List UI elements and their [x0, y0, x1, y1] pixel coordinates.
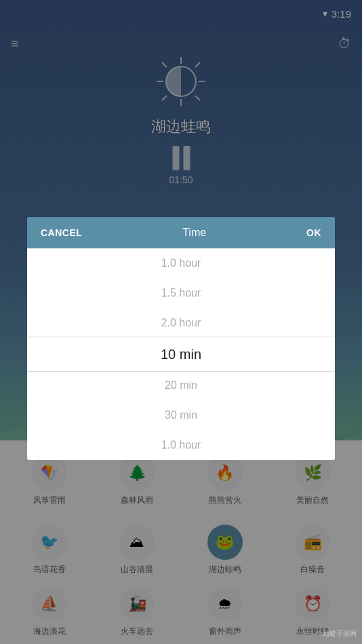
picker-item-6[interactable]: 1.0 hour [27, 430, 335, 460]
time-picker-dialog: CANCEL Time OK 1.0 hour1.5 hour2.0 hour1… [27, 217, 335, 460]
dialog-title: Time [182, 227, 206, 239]
picker-list: 1.0 hour1.5 hour2.0 hour10 min20 min30 m… [27, 248, 335, 460]
picker-item-0[interactable]: 1.0 hour [27, 248, 335, 278]
dialog-body: 1.0 hour1.5 hour2.0 hour10 min20 min30 m… [27, 248, 335, 460]
ok-button[interactable]: OK [306, 227, 321, 238]
picker-item-4[interactable]: 20 min [27, 371, 335, 400]
picker-item-3[interactable]: 10 min [27, 338, 335, 371]
dialog-header: CANCEL Time OK [27, 217, 335, 248]
picker-item-1[interactable]: 1.5 hour [27, 278, 335, 308]
watermark: 蜻蜓手游网 [323, 629, 357, 639]
picker-item-5[interactable]: 30 min [27, 400, 335, 430]
cancel-button[interactable]: CANCEL [41, 227, 82, 238]
picker-item-2[interactable]: 2.0 hour [27, 308, 335, 338]
